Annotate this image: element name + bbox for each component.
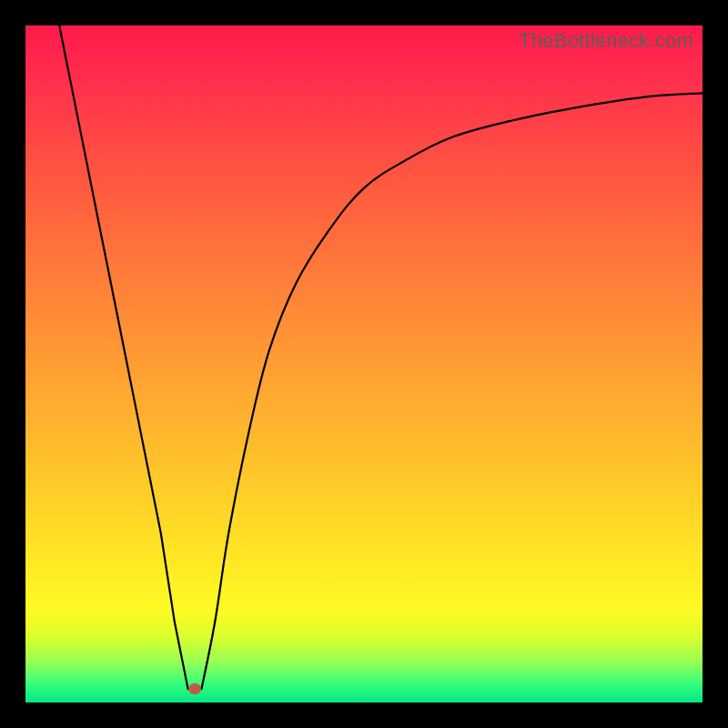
curve-right-branch <box>201 93 703 689</box>
chart-frame: TheBottleneck.com <box>0 0 728 728</box>
curve-left-branch <box>59 25 187 689</box>
plot-area: TheBottleneck.com <box>25 25 703 703</box>
minimum-marker <box>188 683 201 694</box>
bottleneck-curve <box>25 25 703 703</box>
